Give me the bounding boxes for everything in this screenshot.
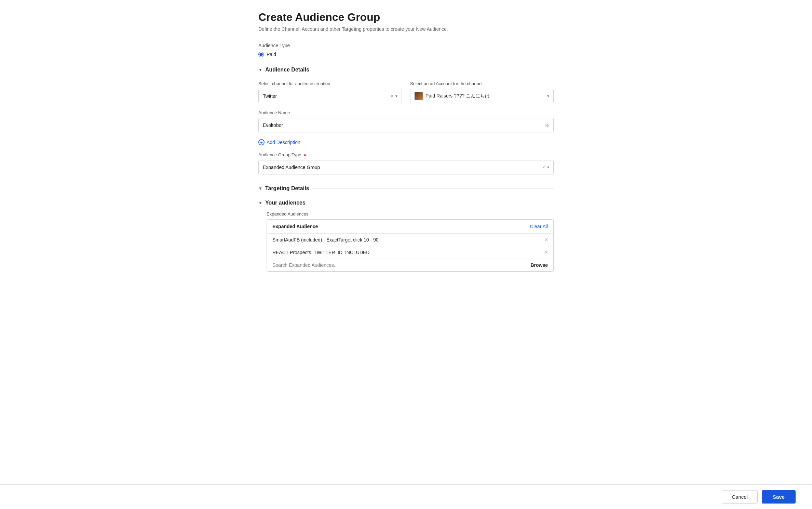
targeting-details-title: Targeting Details: [265, 185, 309, 192]
audience-type-label: Audience Type: [258, 43, 554, 48]
audience-name-label: Audience Name: [258, 110, 554, 115]
account-select-value: Paid Raisers ???? こんにちは: [425, 93, 547, 99]
audience-type-radio-group: Paid: [258, 52, 554, 57]
footer-bar: Cancel Save: [0, 484, 812, 509]
audience-name-grid-icon: ⊞: [545, 122, 550, 129]
targeting-chevron-icon[interactable]: ▼: [258, 186, 262, 191]
account-thumbnail: [415, 92, 423, 100]
account-select-controls: ▾: [547, 94, 549, 99]
audience-name-input[interactable]: [258, 118, 554, 132]
cancel-button[interactable]: Cancel: [722, 490, 758, 504]
targeting-details-section: ▼ Targeting Details ▼ Your audiences Exp…: [258, 185, 554, 272]
audience-name-group: Audience Name ⊞: [258, 110, 554, 132]
channel-clear-icon[interactable]: ×: [391, 94, 393, 99]
group-type-value: Expanded Audience Group: [263, 165, 542, 170]
search-row: Browse: [267, 259, 553, 271]
targeting-details-divider: [312, 188, 554, 189]
audience-details-chevron-icon[interactable]: ▼: [258, 67, 262, 72]
channel-select[interactable]: Twitter × ▾: [258, 89, 402, 103]
page-title: Create Audience Group: [258, 11, 554, 24]
your-audiences-title: Your audiences: [265, 200, 306, 206]
expanded-audience-search-input[interactable]: [272, 262, 530, 268]
audience-type-section: Audience Type Paid: [258, 43, 554, 57]
expanded-audiences-container: Expanded Audiences Expanded Audience Cle…: [267, 211, 554, 272]
channel-group: Select channel for audience creation Twi…: [258, 81, 402, 103]
clear-all-button[interactable]: Clear All: [530, 224, 548, 229]
account-select[interactable]: Paid Raisers ???? こんにちは ▾: [410, 89, 554, 103]
add-description-button[interactable]: + Add Description: [258, 138, 300, 147]
audience-details-section: ▼ Audience Details Select channel for au…: [258, 67, 554, 174]
audience-item-remove-icon-2[interactable]: ×: [545, 250, 548, 255]
paid-radio[interactable]: [258, 52, 264, 57]
channel-select-value: Twitter: [263, 93, 391, 99]
paid-radio-label: Paid: [267, 52, 276, 57]
account-chevron-icon[interactable]: ▾: [547, 94, 549, 99]
group-type-clear-icon[interactable]: ×: [542, 165, 545, 170]
browse-button[interactable]: Browse: [530, 262, 548, 268]
channel-label: Select channel for audience creation: [258, 81, 402, 86]
audience-item: REACT Prospects_TWITTER_ID_INCLUDED ×: [267, 246, 553, 259]
audience-details-title: Audience Details: [265, 67, 309, 73]
audience-item: SmartAudFB (included) - ExactTarget clic…: [267, 234, 553, 246]
group-type-group: Audience Group Type Expanded Audience Gr…: [258, 152, 554, 174]
your-audiences-header: ▼ Your audiences: [258, 200, 554, 206]
audience-details-divider: [312, 70, 554, 70]
your-audiences-chevron-icon[interactable]: ▼: [258, 200, 262, 205]
audience-item-text: SmartAudFB (included) - ExactTarget clic…: [272, 237, 378, 243]
save-button[interactable]: Save: [762, 490, 796, 504]
expanded-audience-box-title: Expanded Audience: [272, 224, 318, 229]
expanded-audiences-label: Expanded Audiences: [267, 211, 554, 217]
your-audiences-divider: [308, 203, 554, 203]
audience-details-header: ▼ Audience Details: [258, 67, 554, 73]
required-indicator: [304, 154, 306, 156]
channel-chevron-icon[interactable]: ▾: [395, 94, 397, 99]
targeting-details-header: ▼ Targeting Details: [258, 185, 554, 192]
plus-circle-icon: +: [258, 139, 265, 145]
account-group: Select an ad Account for the channel Pai…: [410, 81, 554, 103]
your-audiences-section: ▼ Your audiences Expanded Audiences Expa…: [258, 200, 554, 272]
audience-item-remove-icon[interactable]: ×: [545, 237, 548, 243]
audience-item-text: REACT Prospects_TWITTER_ID_INCLUDED: [272, 250, 369, 255]
group-type-controls: × ▾: [542, 165, 549, 170]
page-subtitle: Define the Channel, Account and other Ta…: [258, 26, 554, 32]
group-type-chevron-icon[interactable]: ▾: [547, 165, 549, 170]
channel-account-row: Select channel for audience creation Twi…: [258, 81, 554, 103]
channel-select-controls: × ▾: [391, 94, 397, 99]
audience-name-input-wrapper: ⊞: [258, 118, 554, 132]
account-label: Select an ad Account for the channel: [410, 81, 554, 86]
group-type-select[interactable]: Expanded Audience Group × ▾: [258, 160, 554, 174]
add-description-label: Add Description: [267, 140, 300, 145]
expanded-audiences-box: Expanded Audience Clear All SmartAudFB (…: [267, 219, 554, 272]
group-type-label: Audience Group Type: [258, 152, 554, 157]
audiences-box-header: Expanded Audience Clear All: [267, 220, 553, 234]
